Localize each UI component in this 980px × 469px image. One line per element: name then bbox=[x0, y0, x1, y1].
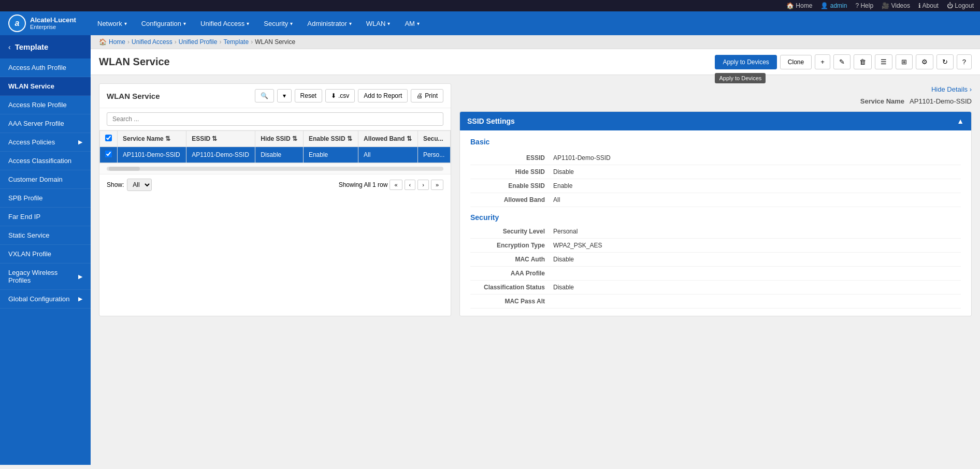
col-allowed-band[interactable]: Allowed Band ⇅ bbox=[358, 131, 418, 147]
showing-text: Showing All 1 row bbox=[339, 181, 388, 188]
nav-item-unified-access[interactable]: Unified Access▾ bbox=[194, 17, 255, 31]
security-detail-row-security-level: Security Level Personal bbox=[470, 225, 961, 239]
logo-icon: a bbox=[8, 14, 26, 32]
service-name-value: AP1101-Demo-SSID bbox=[910, 97, 972, 105]
right-panel-header: Hide Details › bbox=[459, 83, 972, 97]
nav-item-security[interactable]: Security▾ bbox=[257, 17, 299, 31]
scroll-thumb[interactable] bbox=[109, 167, 140, 171]
search-input[interactable] bbox=[107, 112, 443, 126]
search-bar bbox=[99, 108, 451, 130]
cell-service-name: AP1101-Demo-SSID bbox=[118, 147, 186, 163]
ssid-panel-body: Basic ESSID AP1101-Demo-SSID Hide SSID D… bbox=[460, 130, 971, 316]
breadcrumb-template[interactable]: Template bbox=[223, 38, 249, 46]
videos-topbar-link[interactable]: 🎥 Videos bbox=[882, 2, 910, 9]
col-service-name[interactable]: Service Name ⇅ bbox=[118, 131, 186, 147]
security-detail-row-aaa-profile: AAA Profile bbox=[470, 267, 961, 281]
col-security[interactable]: Secu... bbox=[417, 131, 450, 147]
collapse-ssid-icon[interactable]: ▲ bbox=[957, 117, 964, 125]
nav-item-am[interactable]: AM▾ bbox=[398, 17, 426, 31]
home-icon: 🏠 bbox=[99, 38, 107, 46]
select-all-checkbox[interactable] bbox=[105, 135, 112, 141]
delete-button[interactable]: 🗑 bbox=[854, 54, 872, 69]
row-checkbox[interactable] bbox=[105, 151, 112, 157]
sidebar-item-access-role-profile[interactable]: Access Role Profile bbox=[0, 96, 91, 114]
about-topbar-link[interactable]: ℹ About bbox=[918, 2, 939, 9]
show-dropdown[interactable]: All 10 25 50 bbox=[127, 179, 152, 191]
service-name-row: Service Name AP1101-Demo-SSID bbox=[459, 97, 972, 105]
home-topbar-link[interactable]: 🏠 Home bbox=[786, 2, 812, 9]
sidebar-item-wlan-service[interactable]: WLAN Service bbox=[0, 77, 91, 96]
table-card-header: WLAN Service 🔍 ▾ Reset ⬇ .csv Add to Rep… bbox=[99, 84, 451, 108]
sidebar-item-vxlan-profile[interactable]: VXLAN Profile bbox=[0, 245, 91, 263]
breadcrumb-current: WLAN Service bbox=[255, 38, 295, 46]
security-fields: Security Level Personal Encryption Type … bbox=[470, 225, 961, 309]
page-header: WLAN Service Apply to Devices Apply to D… bbox=[91, 49, 980, 75]
horizontal-scrollbar[interactable] bbox=[107, 167, 443, 171]
sidebar-item-spb-profile[interactable]: SPB Profile bbox=[0, 189, 91, 208]
filter-button[interactable]: ▾ bbox=[277, 89, 292, 102]
table-container: Service Name ⇅ ESSID ⇅ Hide SSID ⇅ Enabl… bbox=[99, 130, 451, 163]
sidebar-item-static-service[interactable]: Static Service bbox=[0, 226, 91, 245]
basic-fields: ESSID AP1101-Demo-SSID Hide SSID Disable… bbox=[470, 151, 961, 207]
table-card: WLAN Service 🔍 ▾ Reset ⬇ .csv Add to Rep… bbox=[99, 83, 451, 316]
add-to-report-button[interactable]: Add to Report bbox=[358, 89, 408, 102]
table-row[interactable]: AP1101-Demo-SSID AP1101-Demo-SSID Disabl… bbox=[100, 147, 451, 163]
nav-item-configuration[interactable]: Configuration▾ bbox=[135, 17, 192, 31]
sidebar-item-far-end-ip[interactable]: Far End IP bbox=[0, 208, 91, 226]
sidebar-item-access-auth-profile[interactable]: Access Auth Profile bbox=[0, 58, 91, 77]
csv-button[interactable]: ⬇ .csv bbox=[325, 89, 355, 102]
edit-button[interactable]: ✎ bbox=[833, 54, 851, 69]
col-hide-ssid[interactable]: Hide SSID ⇅ bbox=[255, 131, 304, 147]
cell-enable-ssid: Enable bbox=[303, 147, 358, 163]
first-page-button[interactable]: « bbox=[390, 180, 402, 190]
service-name-label: Service Name bbox=[860, 97, 904, 105]
table-toolbar: 🔍 ▾ Reset ⬇ .csv Add to Report 🖨 Print bbox=[255, 89, 443, 102]
breadcrumb-unified-access[interactable]: Unified Access bbox=[132, 38, 172, 46]
sidebar-item-legacy-wireless-profiles[interactable]: Legacy Wireless Profiles▶ bbox=[0, 263, 91, 290]
reset-button[interactable]: Reset bbox=[295, 89, 322, 102]
select-all-header[interactable] bbox=[100, 131, 118, 147]
apply-to-devices-button[interactable]: Apply to Devices bbox=[715, 55, 776, 69]
col-enable-ssid[interactable]: Enable SSID ⇅ bbox=[303, 131, 358, 147]
data-table: Service Name ⇅ ESSID ⇅ Hide SSID ⇅ Enabl… bbox=[99, 130, 451, 163]
table-header-row: Service Name ⇅ ESSID ⇅ Hide SSID ⇅ Enabl… bbox=[100, 131, 451, 147]
prev-page-button[interactable]: ‹ bbox=[405, 180, 416, 190]
breadcrumb-unified-profile[interactable]: Unified Profile bbox=[179, 38, 218, 46]
list-view-button[interactable]: ☰ bbox=[875, 54, 892, 69]
security-detail-row-classification-status: Classification Status Disable bbox=[470, 281, 961, 295]
security-section-title: Security bbox=[470, 213, 961, 222]
sidebar-item-global-configuration[interactable]: Global Configuration▶ bbox=[0, 290, 91, 309]
nav-item-wlan[interactable]: WLAN▾ bbox=[360, 17, 397, 31]
col-essid[interactable]: ESSID ⇅ bbox=[186, 131, 255, 147]
clone-button[interactable]: Clone bbox=[780, 55, 812, 69]
sidebar-item-access-policies[interactable]: Access Policies▶ bbox=[0, 133, 91, 152]
nav-item-administrator[interactable]: Administrator▾ bbox=[301, 17, 358, 31]
add-button[interactable]: + bbox=[815, 54, 830, 69]
sidebar-collapse-button[interactable]: ‹ bbox=[8, 43, 11, 51]
print-button[interactable]: 🖨 Print bbox=[411, 89, 443, 102]
logout-topbar-link[interactable]: ⏻ Logout bbox=[947, 2, 974, 9]
next-page-button[interactable]: › bbox=[417, 180, 429, 190]
nav-item-network[interactable]: Network▾ bbox=[91, 17, 133, 31]
sidebar-title: ‹ Template bbox=[0, 35, 91, 58]
settings-button[interactable]: ⚙ bbox=[916, 54, 933, 69]
breadcrumb-home[interactable]: Home bbox=[109, 38, 125, 46]
sidebar-item-access-classification[interactable]: Access Classification bbox=[0, 152, 91, 170]
page-title: WLAN Service bbox=[99, 56, 170, 68]
right-panel: Hide Details › Service Name AP1101-Demo-… bbox=[459, 83, 972, 316]
admin-topbar-link[interactable]: 👤 admin bbox=[820, 2, 847, 9]
sidebar-item-customer-domain[interactable]: Customer Domain bbox=[0, 170, 91, 189]
table-body: AP1101-Demo-SSID AP1101-Demo-SSID Disabl… bbox=[100, 147, 451, 163]
search-toggle-button[interactable]: 🔍 bbox=[255, 89, 274, 102]
hide-details-link[interactable]: Hide Details › bbox=[931, 85, 972, 93]
last-page-button[interactable]: » bbox=[431, 180, 443, 190]
help-topbar-link[interactable]: ? Help bbox=[855, 2, 873, 9]
row-checkbox-cell[interactable] bbox=[100, 147, 118, 163]
help-button[interactable]: ? bbox=[957, 54, 972, 69]
main-header: a Alcatel·Lucent Enterprise Network▾Conf… bbox=[0, 11, 980, 35]
grid-view-button[interactable]: ⊞ bbox=[896, 54, 913, 69]
sidebar-item-aaa-server-profile[interactable]: AAA Server Profile bbox=[0, 114, 91, 133]
cell-security: Perso... bbox=[417, 147, 450, 163]
refresh-button[interactable]: ↻ bbox=[936, 54, 954, 69]
top-bar: 🏠 Home 👤 admin ? Help 🎥 Videos ℹ About ⏻… bbox=[0, 0, 980, 11]
